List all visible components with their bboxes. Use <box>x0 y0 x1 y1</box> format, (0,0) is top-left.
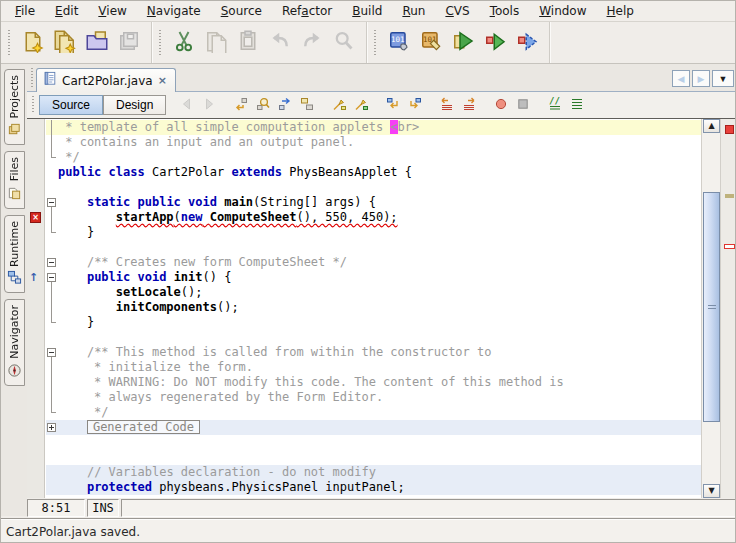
fold-line <box>51 210 52 225</box>
tab-scroll-controls: ◀ ▶ ▼ <box>672 70 736 91</box>
tab-list-dropdown-button[interactable]: ▼ <box>712 70 734 87</box>
find-selection-button[interactable] <box>252 94 274 116</box>
clean-build-icon: 101 <box>419 29 443 56</box>
error-glyph-icon[interactable]: × <box>30 212 41 223</box>
run-main-project-button[interactable] <box>447 26 479 60</box>
scroll-tabs-right-button[interactable]: ▶ <box>692 70 710 87</box>
override-glyph-icon[interactable]: ↑ <box>29 271 38 284</box>
menu-help[interactable]: Help <box>597 2 644 20</box>
menu-source[interactable]: Source <box>211 2 272 20</box>
stripe-mark-error-line[interactable] <box>724 244 735 249</box>
menu-tools[interactable]: Tools <box>480 2 530 20</box>
clean-build-button[interactable]: 101 <box>415 26 447 60</box>
code-line <box>27 450 701 465</box>
goto-next-occurrence-button[interactable] <box>404 94 426 116</box>
tab-close-icon[interactable]: × <box>158 76 167 86</box>
debug-main-project-button[interactable] <box>511 26 543 60</box>
menu-navigate[interactable]: Navigate <box>137 2 211 20</box>
next-bookmark-button[interactable] <box>350 94 372 116</box>
build-main-project-button[interactable]: 101 <box>383 26 415 60</box>
code-line: * initialize the form. <box>27 360 701 375</box>
scroll-tabs-left-button[interactable]: ◀ <box>672 70 690 87</box>
redo-button[interactable] <box>296 26 328 60</box>
toolbar-panel-3: 101101 <box>367 22 550 63</box>
previous-bookmark-icon <box>331 96 347 115</box>
tab-bar-drag-handle[interactable] <box>29 68 34 88</box>
new-project-button[interactable] <box>49 26 81 60</box>
caret-position: 8:51 <box>27 499 85 517</box>
scroll-up-button[interactable]: ▲ <box>703 119 720 133</box>
cut-button[interactable] <box>168 26 200 60</box>
menu-refactor[interactable]: Refactor <box>272 2 342 20</box>
scrollbar-thumb[interactable] <box>703 192 720 422</box>
projects-icon <box>7 122 22 141</box>
uncomment-button[interactable] <box>566 94 588 116</box>
code-fold-toggle[interactable] <box>47 348 56 357</box>
code-line: * WARNING: Do NOT modify this code. The … <box>27 375 701 390</box>
stripe-mark-error-global[interactable] <box>725 125 734 134</box>
code-fold-toggle[interactable] <box>47 258 56 267</box>
find-button[interactable] <box>328 26 360 60</box>
run-file-button[interactable] <box>479 26 511 60</box>
shift-line-right-icon <box>461 96 477 115</box>
goto-previous-occurrence-button[interactable] <box>382 94 404 116</box>
start-macro-recording-button[interactable] <box>490 94 512 116</box>
menu-file[interactable]: File <box>5 2 45 20</box>
stop-macro-recording-button[interactable] <box>512 94 534 116</box>
document-tab-bar: Cart2Polar.java × ◀ ▶ ▼ <box>27 64 736 92</box>
sidebar-tab-files[interactable]: Files <box>4 151 25 208</box>
undo-button[interactable] <box>264 26 296 60</box>
uncomment-icon <box>569 96 585 115</box>
paste-button[interactable] <box>232 26 264 60</box>
find-next-occurrence-button[interactable] <box>274 94 296 116</box>
next-bookmark-icon <box>353 96 369 115</box>
menu-window[interactable]: Window <box>529 2 596 20</box>
menu-build[interactable]: Build <box>342 2 392 20</box>
insert-mode-indicator: INS <box>87 499 119 517</box>
menu-run[interactable]: Run <box>392 2 435 20</box>
open-project-button[interactable] <box>81 26 113 60</box>
code-area[interactable]: * template of all simple computation app… <box>27 120 701 495</box>
copy-button[interactable] <box>200 26 232 60</box>
sidebar-tab-navigator[interactable]: Navigator <box>4 299 25 386</box>
toolbar-drag-handle[interactable] <box>157 30 162 56</box>
forward-button[interactable] <box>198 94 220 116</box>
vertical-scrollbar[interactable]: ▲ ▼ <box>701 119 720 498</box>
new-file-button[interactable] <box>17 26 49 60</box>
fold-line <box>51 135 52 150</box>
code-line: /** Creates new form ComputeSheet */ <box>27 255 701 270</box>
comment-button[interactable]: // <box>544 94 566 116</box>
stripe-mark-current-line[interactable] <box>725 194 734 198</box>
code-line-text: Generated Code <box>58 420 200 435</box>
previous-bookmark-button[interactable] <box>328 94 350 116</box>
design-view-button[interactable]: Design <box>103 95 166 115</box>
debug-main-project-icon <box>515 29 539 56</box>
code-fold-toggle[interactable] <box>47 198 56 207</box>
editor-toolbar-drag-handle[interactable] <box>30 96 35 114</box>
save-all-button[interactable] <box>113 26 145 60</box>
menu-cvs[interactable]: CVS <box>435 2 479 20</box>
tab-cart2polar-java[interactable]: Cart2Polar.java × <box>36 68 176 92</box>
shift-line-left-button[interactable] <box>436 94 458 116</box>
sidebar-tab-projects[interactable]: Projects <box>4 69 25 145</box>
sidebar-tab-runtime[interactable]: Runtime <box>4 215 25 294</box>
svg-text:101: 101 <box>391 35 405 44</box>
toolbar-panel-1 <box>1 22 152 63</box>
scroll-down-button[interactable]: ▼ <box>703 484 720 498</box>
toolbar-drag-handle[interactable] <box>372 30 377 56</box>
code-editor[interactable]: * template of all simple computation app… <box>27 119 736 498</box>
menu-edit[interactable]: Edit <box>45 2 88 20</box>
code-line-text: * initialize the form. <box>58 360 253 375</box>
menu-view[interactable]: View <box>88 2 136 20</box>
toggle-highlight-button[interactable] <box>296 94 318 116</box>
new-project-icon <box>53 29 77 56</box>
code-fold-toggle[interactable] <box>47 273 56 282</box>
code-fold-toggle[interactable] <box>47 423 56 432</box>
code-line: ↑ public void init() { <box>27 270 701 285</box>
back-button[interactable] <box>176 94 198 116</box>
toolbar-drag-handle[interactable] <box>6 30 11 56</box>
shift-line-right-button[interactable] <box>458 94 480 116</box>
source-view-button[interactable]: Source <box>39 95 103 115</box>
collapsed-fold-box[interactable]: Generated Code <box>87 420 200 434</box>
last-edit-location-button[interactable] <box>230 94 252 116</box>
